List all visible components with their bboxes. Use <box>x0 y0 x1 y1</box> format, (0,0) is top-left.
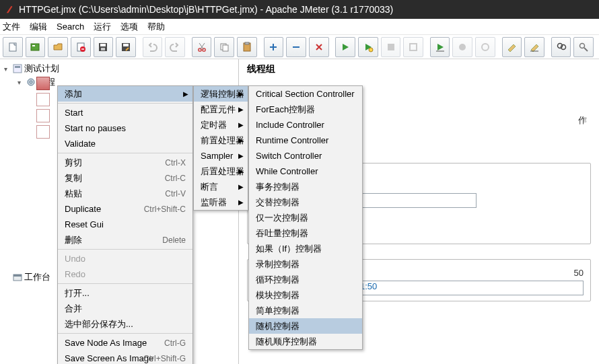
mi-include-controller[interactable]: Include Controller <box>249 117 362 133</box>
menu-options[interactable]: 选项 <box>120 21 138 33</box>
mi-throughput-controller[interactable]: 吞吐量控制器 <box>249 225 362 241</box>
svg-rect-2 <box>32 45 35 46</box>
tree-label-testplan: 测试计划 <box>24 63 59 75</box>
mi-copy[interactable]: 复制Ctrl-C <box>58 170 192 186</box>
tb-search-icon[interactable] <box>551 37 571 57</box>
submenu-logic-controller: Critical Section Controller ForEach控制器 I… <box>248 85 363 350</box>
svg-rect-1 <box>31 44 39 50</box>
menu-help[interactable]: 帮助 <box>147 21 165 33</box>
mi-timer[interactable]: 定时器▶ <box>194 117 248 133</box>
mi-duplicate[interactable]: DuplicateCtrl+Shift-C <box>58 201 192 217</box>
mi-logic-controller[interactable]: 逻辑控制器▶ <box>194 86 248 102</box>
mi-config-element[interactable]: 配置元件▶ <box>194 102 248 117</box>
menu-search[interactable]: Search <box>57 22 84 32</box>
mi-preprocessor[interactable]: 前置处理器▶ <box>194 133 248 148</box>
sampler-icon <box>36 125 50 139</box>
mi-runtime-controller[interactable]: Runtime Controller <box>249 133 362 148</box>
mi-paste[interactable]: 粘贴Ctrl-V <box>58 186 192 201</box>
tb-function-icon[interactable] <box>573 37 594 57</box>
tb-open-icon[interactable] <box>48 37 68 57</box>
window-title: HTTPGet.jmx (C:\Users\admin\Desktop\jB\H… <box>19 4 393 15</box>
mi-open[interactable]: 打开... <box>58 285 192 301</box>
tb-copy-icon[interactable] <box>214 37 234 57</box>
action-label-suffix: 作 <box>578 115 587 125</box>
tb-stop-icon[interactable] <box>381 37 401 57</box>
mi-random-order-controller[interactable]: 随机顺序控制器 <box>249 334 362 349</box>
tb-paste-icon[interactable] <box>237 37 257 57</box>
tb-run-notimer-icon[interactable] <box>358 37 378 57</box>
mi-savesel[interactable]: 选中部分保存为... <box>58 316 192 332</box>
mi-listener[interactable]: 监听器▶ <box>194 194 248 210</box>
svg-point-19 <box>459 44 466 50</box>
mi-once-only-controller[interactable]: 仅一次控制器 <box>249 210 362 225</box>
tb-save-icon[interactable] <box>94 37 114 57</box>
mi-start-nopauses[interactable]: Start no pauses <box>58 120 192 136</box>
window-titlebar: HTTPGet.jmx (C:\Users\admin\Desktop\jB\H… <box>0 0 599 19</box>
mi-assertion[interactable]: 断言▶ <box>194 179 248 194</box>
mi-save-node-image[interactable]: Save Node As ImageCtrl-G <box>58 335 192 351</box>
tb-cut-icon[interactable] <box>192 37 212 57</box>
svg-rect-24 <box>13 65 22 73</box>
mi-sampler[interactable]: Sampler▶ <box>194 148 248 163</box>
tb-clear-all-icon[interactable] <box>524 37 544 57</box>
mi-cut[interactable]: 剪切Ctrl-X <box>58 155 192 170</box>
mi-simple-controller[interactable]: 简单控制器 <box>249 303 362 318</box>
context-menu: 添加▶ Start Start no pauses Validate 剪切Ctr… <box>57 85 193 364</box>
svg-point-20 <box>482 44 489 50</box>
mi-delete[interactable]: 删除Delete <box>58 232 192 248</box>
mi-while-controller[interactable]: While Controller <box>249 163 362 179</box>
mi-module-controller[interactable]: 模块控制器 <box>249 287 362 303</box>
mi-postprocessor[interactable]: 后置处理器▶ <box>194 163 248 179</box>
tb-collapse-icon[interactable] <box>286 37 306 57</box>
tb-undo-icon[interactable] <box>143 37 163 57</box>
tb-remote-stop-icon[interactable] <box>452 37 472 57</box>
svg-rect-6 <box>100 44 106 46</box>
svg-point-16 <box>369 48 373 52</box>
mi-merge[interactable]: 合并 <box>58 301 192 316</box>
tb-saveas-icon[interactable] <box>116 37 136 57</box>
mi-resetgui[interactable]: Reset Gui <box>58 217 192 232</box>
app-icon <box>5 5 15 14</box>
mi-interleave-controller[interactable]: 交替控制器 <box>249 194 362 210</box>
mi-if-controller[interactable]: 如果（If）控制器 <box>249 241 362 256</box>
tree-children-icons <box>36 77 52 139</box>
tb-remote-shutdown-icon[interactable] <box>475 37 495 57</box>
mi-undo: Undo <box>58 251 192 266</box>
tb-remote-start-icon[interactable] <box>430 37 450 57</box>
svg-rect-13 <box>223 45 228 51</box>
sampler-icon <box>36 77 50 90</box>
tb-templates-icon[interactable] <box>26 37 46 57</box>
tb-clear-icon[interactable] <box>502 37 522 57</box>
mi-save-screen-image[interactable]: Save Screen As ImageCtrl+Shift-G <box>58 351 192 364</box>
mi-add[interactable]: 添加▶ <box>58 86 192 102</box>
menu-file[interactable]: 文件 <box>3 21 20 33</box>
menu-edit[interactable]: 编辑 <box>30 21 47 33</box>
mi-transaction-controller[interactable]: 事务控制器 <box>249 179 362 194</box>
mi-redo: Redo <box>58 266 192 282</box>
tb-run-icon[interactable] <box>335 37 355 57</box>
mi-loop-controller[interactable]: 循环控制器 <box>249 272 362 287</box>
tb-close-icon[interactable] <box>71 37 91 57</box>
toolbar <box>0 35 599 59</box>
tb-redo-icon[interactable] <box>165 37 185 57</box>
svg-rect-17 <box>388 44 394 50</box>
svg-rect-15 <box>245 42 249 44</box>
tb-shutdown-icon[interactable] <box>403 37 423 57</box>
menu-run[interactable]: 运行 <box>94 21 111 33</box>
submenu-add: 逻辑控制器▶ 配置元件▶ 定时器▶ 前置处理器▶ Sampler▶ 后置处理器▶… <box>193 85 248 211</box>
tb-expand-icon[interactable] <box>264 37 284 57</box>
mi-random-controller[interactable]: 随机控制器 <box>249 318 362 334</box>
mi-foreach-controller[interactable]: ForEach控制器 <box>249 102 362 117</box>
mi-switch-controller[interactable]: Switch Controller <box>249 148 362 163</box>
panel-title: 线程组 <box>247 63 591 75</box>
svg-rect-9 <box>123 44 129 46</box>
tree-node-testplan[interactable]: ▾ 测试计划 <box>0 62 238 75</box>
svg-point-23 <box>580 43 585 48</box>
mi-start[interactable]: Start <box>58 105 192 120</box>
mi-critical-section-controller[interactable]: Critical Section Controller <box>249 86 362 102</box>
mi-validate[interactable]: Validate <box>58 136 192 151</box>
tb-toggle-icon[interactable] <box>309 37 329 57</box>
mi-recording-controller[interactable]: 录制控制器 <box>249 256 362 272</box>
tb-new-icon[interactable] <box>3 37 23 57</box>
sampler-icon <box>36 109 50 122</box>
